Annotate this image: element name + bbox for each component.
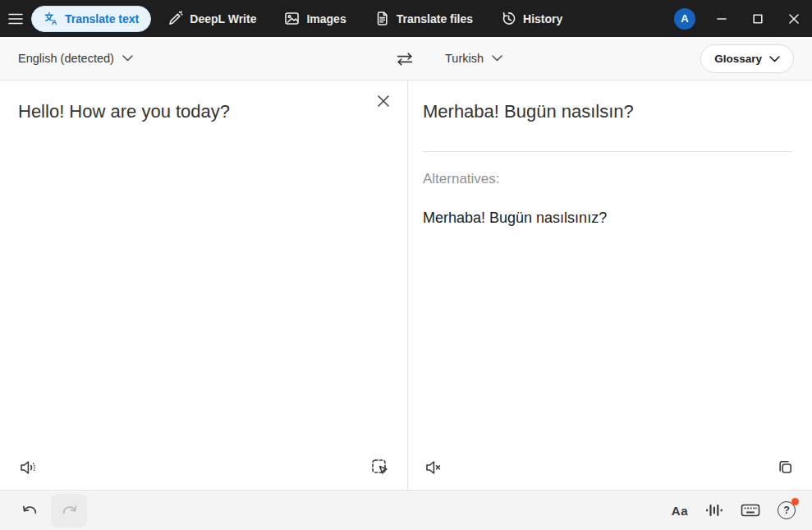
top-nav-tabs: A Translate text DeepL Write: [31, 6, 574, 32]
minimize-icon: [717, 14, 727, 24]
chevron-down-icon: [769, 56, 780, 62]
chevron-down-icon: [122, 55, 133, 62]
source-panel: Hello! How are you today?: [0, 81, 408, 490]
alternatives-divider: [423, 151, 792, 152]
title-bar: A Translate text DeepL Write: [0, 0, 812, 37]
undo-icon: [21, 503, 39, 518]
titlebar-controls: A: [674, 0, 812, 37]
voice-input-button[interactable]: [705, 502, 723, 518]
tab-label: Translate files: [397, 12, 473, 25]
source-text-input[interactable]: Hello! How are you today?: [18, 100, 358, 124]
tab-label: Images: [306, 12, 346, 25]
keyboard-button[interactable]: [741, 503, 760, 518]
select-text-area-button[interactable]: [369, 457, 391, 478]
copy-translation-button[interactable]: [774, 457, 796, 478]
target-panel: Merhaba! Bugün nasılsın? Alternatives: M…: [408, 81, 812, 490]
close-icon: [377, 94, 390, 108]
redo-icon: [60, 503, 78, 518]
copy-icon: [775, 458, 795, 477]
translator-panels: Hello! How are you today?: [0, 81, 812, 490]
redo-button[interactable]: [51, 494, 87, 528]
alternatives-label: Alternatives:: [423, 171, 792, 187]
glossary-label: Glossary: [714, 53, 762, 65]
translate-icon: A: [44, 12, 58, 26]
tab-label: Translate text: [65, 12, 139, 25]
waveform-icon: [705, 502, 723, 518]
tab-label: History: [523, 12, 562, 25]
tab-translate-text[interactable]: A Translate text: [31, 6, 151, 32]
tab-history[interactable]: History: [489, 6, 574, 31]
images-icon: [284, 11, 300, 26]
font-size-button[interactable]: Aa: [672, 504, 688, 518]
footer-tools: Aa: [672, 501, 796, 519]
close-button[interactable]: [776, 0, 812, 37]
clear-source-button[interactable]: [374, 91, 393, 111]
listen-source-button[interactable]: [18, 457, 39, 478]
write-icon: [167, 11, 183, 26]
maximize-icon: [753, 14, 763, 24]
undo-button[interactable]: [18, 498, 43, 523]
source-language-label: English (detected): [18, 52, 114, 65]
tab-images[interactable]: Images: [273, 6, 357, 31]
tab-deepl-write[interactable]: DeepL Write: [156, 6, 268, 31]
avatar[interactable]: A: [674, 8, 695, 30]
keyboard-icon: [741, 503, 760, 518]
svg-text:A: A: [52, 18, 57, 26]
menu-button[interactable]: [0, 0, 31, 37]
help-button[interactable]: ?: [778, 501, 796, 519]
avatar-letter: A: [681, 12, 688, 25]
source-language-selector[interactable]: English (detected): [18, 52, 133, 65]
chevron-down-icon: [492, 55, 502, 62]
target-language-label: Turkish: [445, 52, 484, 65]
notification-dot: [791, 498, 799, 505]
close-icon: [789, 14, 799, 24]
glossary-button[interactable]: Glossary: [700, 44, 794, 73]
minimize-button[interactable]: [704, 0, 740, 37]
speaker-muted-icon: [424, 459, 444, 477]
hamburger-icon: [8, 13, 23, 25]
bottom-toolbar: Aa: [0, 490, 812, 530]
language-bar: English (detected) Turkish Glossary: [0, 37, 812, 81]
listen-translation-button[interactable]: [424, 457, 445, 478]
tab-translate-files[interactable]: Translate files: [363, 6, 484, 31]
alternative-option[interactable]: Merhaba! Bugün nasılsınız?: [423, 210, 792, 227]
translation-text[interactable]: Merhaba! Bugün nasılsın?: [423, 100, 792, 124]
history-icon: [501, 11, 516, 26]
swap-arrows-icon: [395, 51, 415, 67]
swap-languages-button[interactable]: [393, 48, 416, 70]
speaker-icon: [19, 459, 39, 477]
deepl-window: A Translate text DeepL Write: [0, 0, 812, 530]
target-language-selector[interactable]: Turkish: [445, 52, 502, 65]
select-area-icon: [370, 458, 390, 477]
file-icon: [374, 11, 390, 26]
tab-label: DeepL Write: [190, 12, 256, 25]
font-size-icon: Aa: [672, 504, 688, 518]
maximize-button[interactable]: [740, 0, 776, 37]
